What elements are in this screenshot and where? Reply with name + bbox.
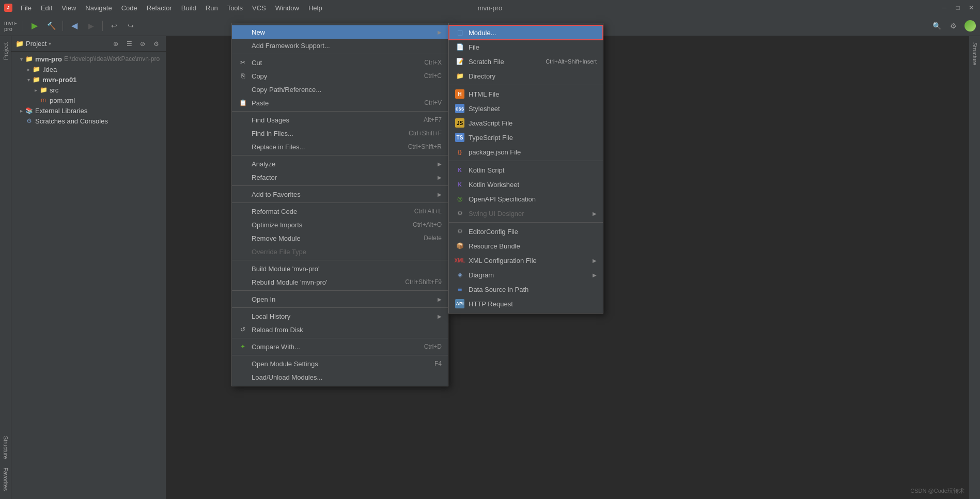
sub-dir-icon: 📁	[455, 71, 464, 81]
ctx-reload-label: Reload from Disk	[252, 326, 442, 334]
sub-item-editorconfig[interactable]: ⚙ EditorConfig File	[449, 224, 603, 239]
sub-item-pkg[interactable]: {} package.json File	[449, 145, 603, 159]
sub-html-label: HTML File	[469, 90, 597, 98]
sub-openapi-label: OpenAPI Specification	[469, 195, 597, 203]
menu-overlay: New ▶ Add Framework Support... ✂ Cut Ctr…	[0, 0, 980, 499]
ctx-sep-8	[232, 307, 448, 308]
ctx-override-label: Override File Type	[252, 248, 442, 256]
ctx-loadunload-label: Load/Unload Modules...	[252, 373, 442, 381]
ctx-removemodule-shortcut: Delete	[424, 235, 442, 242]
ctx-item-cut[interactable]: ✂ Cut Ctrl+X	[232, 56, 448, 69]
ctx-item-analyze[interactable]: Analyze ▶	[232, 157, 448, 170]
sub-resource-label: Resource Bundle	[469, 242, 597, 250]
ctx-item-build-module[interactable]: Build Module 'mvn-pro'	[232, 262, 448, 275]
sub-item-scratch[interactable]: 📝 Scratch File Ctrl+Alt+Shift+Insert	[449, 54, 603, 69]
ctx-item-refactor[interactable]: Refactor ▶	[232, 170, 448, 184]
ctx-item-optimize[interactable]: Optimize Imports Ctrl+Alt+O	[232, 218, 448, 231]
sub-kotlin-script-icon: K	[455, 165, 464, 175]
ctx-replacefiles-shortcut: Ctrl+Shift+R	[408, 143, 442, 150]
ctx-item-reload[interactable]: ↺ Reload from Disk	[232, 323, 448, 336]
ctx-cut-icon: ✂	[238, 58, 247, 67]
ctx-rebuildmodule-label: Rebuild Module 'mvn-pro'	[252, 278, 393, 286]
sub-html-icon: H	[455, 89, 464, 99]
sub-item-ts[interactable]: TS TypeScript File	[449, 130, 603, 145]
ctx-framework-icon	[238, 41, 247, 50]
sub-http-label: HTTP Request	[469, 300, 597, 308]
sub-item-directory[interactable]: 📁 Directory	[449, 69, 603, 83]
sub-file-label: File	[469, 43, 597, 51]
sub-swing-arrow: ▶	[593, 211, 597, 216]
ctx-sep-2	[232, 111, 448, 112]
ctx-sep-9	[232, 338, 448, 338]
ctx-findfiles-label: Find in Files...	[252, 130, 396, 137]
sub-sep-2	[449, 161, 603, 161]
ctx-item-copy[interactable]: ⎘ Copy Ctrl+C	[232, 69, 448, 83]
ctx-findusages-label: Find Usages	[252, 116, 411, 124]
ctx-item-add-favorites[interactable]: Add to Favorites ▶	[232, 188, 448, 201]
ctx-item-compare[interactable]: ✦ Compare With... Ctrl+D	[232, 340, 448, 353]
sub-item-file[interactable]: 📄 File	[449, 40, 603, 54]
sub-item-diagram[interactable]: ◈ Diagram ▶	[449, 268, 603, 282]
ctx-copypath-label: Copy Path/Reference...	[252, 86, 442, 93]
ctx-item-reformat[interactable]: Reformat Code Ctrl+Alt+L	[232, 205, 448, 218]
sub-item-stylesheet[interactable]: css Stylesheet	[449, 101, 603, 116]
ctx-item-load-unload[interactable]: Load/Unload Modules...	[232, 370, 448, 384]
ctx-item-replace-files[interactable]: Replace in Files... Ctrl+Shift+R	[232, 140, 448, 153]
ctx-modulesettings-shortcut: F4	[434, 360, 442, 367]
ctx-item-local-history[interactable]: Local History ▶	[232, 309, 448, 323]
sub-xml-label: XML Configuration File	[469, 257, 588, 264]
ctx-findusages-icon	[238, 115, 247, 124]
sub-openapi-icon: ◎	[455, 194, 464, 204]
sub-item-html[interactable]: H HTML File	[449, 87, 603, 101]
ctx-new-arrow: ▶	[438, 29, 442, 35]
ctx-item-rebuild-module[interactable]: Rebuild Module 'mvn-pro' Ctrl+Shift+F9	[232, 275, 448, 289]
ctx-item-add-framework[interactable]: Add Framework Support...	[232, 39, 448, 52]
sub-item-datasource[interactable]: ≡ Data Source in Path	[449, 282, 603, 297]
ctx-paste-shortcut: Ctrl+V	[424, 99, 442, 106]
ctx-new-label: New	[252, 28, 433, 36]
ctx-sep-5	[232, 202, 448, 203]
ctx-reformat-shortcut: Ctrl+Alt+L	[414, 208, 442, 215]
sub-item-xml[interactable]: XML XML Configuration File ▶	[449, 253, 603, 268]
sub-item-js[interactable]: JS JavaScript File	[449, 116, 603, 130]
sub-item-resource-bundle[interactable]: 📦 Resource Bundle	[449, 239, 603, 253]
sub-kotlin-worksheet-icon: K	[455, 180, 464, 189]
sub-xml-arrow: ▶	[593, 258, 597, 263]
ctx-item-find-files[interactable]: Find in Files... Ctrl+Shift+F	[232, 127, 448, 140]
sub-diagram-arrow: ▶	[593, 272, 597, 278]
ctx-item-new[interactable]: New ▶	[232, 25, 448, 39]
ctx-compare-shortcut: Ctrl+D	[424, 343, 442, 350]
ctx-item-remove-module[interactable]: Remove Module Delete	[232, 231, 448, 245]
sub-swing-icon: ⚙	[455, 209, 464, 218]
sub-item-http[interactable]: API HTTP Request	[449, 297, 603, 311]
ctx-item-paste[interactable]: 📋 Paste Ctrl+V	[232, 96, 448, 110]
ctx-modulesettings-label: Open Module Settings	[252, 360, 422, 368]
sub-kotlin-script-label: Kotlin Script	[469, 166, 597, 174]
ctx-loadunload-icon	[238, 372, 247, 382]
ctx-analyze-icon	[238, 159, 247, 168]
ctx-buildmodule-icon	[238, 264, 247, 273]
sub-item-kotlin-worksheet[interactable]: K Kotlin Worksheet	[449, 177, 603, 192]
ctx-paste-label: Paste	[252, 99, 412, 107]
sub-item-openapi[interactable]: ◎ OpenAPI Specification	[449, 192, 603, 206]
ctx-item-copy-path[interactable]: Copy Path/Reference...	[232, 83, 448, 96]
ctx-override-icon	[238, 247, 247, 256]
ctx-favorites-arrow: ▶	[438, 192, 442, 197]
ctx-item-open-in[interactable]: Open In ▶	[232, 292, 448, 306]
ctx-findfiles-icon	[238, 129, 247, 138]
sub-css-label: Stylesheet	[469, 105, 597, 113]
ctx-sep-6	[232, 260, 448, 260]
sub-swing-label: Swing UI Designer	[469, 210, 588, 217]
ctx-item-find-usages[interactable]: Find Usages Alt+F7	[232, 113, 448, 127]
sub-module-icon: ◫	[455, 28, 464, 37]
ctx-optimize-label: Optimize Imports	[252, 221, 400, 229]
ctx-item-module-settings[interactable]: Open Module Settings F4	[232, 357, 448, 370]
sub-editorconfig-icon: ⚙	[455, 227, 464, 236]
ctx-compare-label: Compare With...	[252, 343, 412, 351]
ctx-framework-label: Add Framework Support...	[252, 42, 442, 50]
sub-item-kotlin-script[interactable]: K Kotlin Script	[449, 163, 603, 177]
sub-item-module[interactable]: ◫ Module...	[449, 25, 603, 40]
sub-datasource-label: Data Source in Path	[469, 286, 597, 293]
ctx-paste-icon: 📋	[238, 98, 247, 107]
sub-pkg-icon: {}	[455, 147, 464, 157]
